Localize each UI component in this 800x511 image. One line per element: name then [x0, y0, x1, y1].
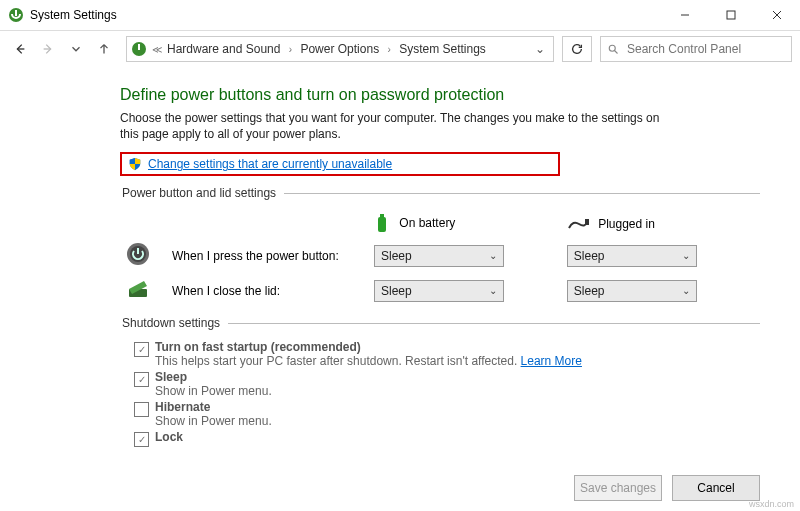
address-dropdown-icon[interactable]: ⌄: [535, 42, 549, 56]
svg-rect-3: [727, 11, 735, 19]
shutdown-item-desc: This helps start your PC faster after sh…: [155, 354, 582, 368]
chevron-right-icon: ›: [284, 44, 296, 55]
page-title: Define power buttons and turn on passwor…: [120, 86, 760, 104]
address-bar[interactable]: ≪ Hardware and Sound › Power Options › S…: [126, 36, 554, 62]
title-bar: System Settings: [0, 0, 800, 31]
minimize-button[interactable]: [662, 0, 708, 30]
shutdown-item-desc: Show in Power menu.: [155, 414, 272, 428]
breadcrumb-item[interactable]: Power Options: [300, 42, 379, 56]
learn-more-link[interactable]: Learn More: [521, 354, 582, 368]
svg-rect-1: [15, 10, 17, 16]
control-panel-icon: [131, 41, 147, 57]
checkbox[interactable]: ✓: [134, 342, 149, 357]
up-button[interactable]: [92, 37, 116, 61]
maximize-button[interactable]: [708, 0, 754, 30]
combo-value: Sleep: [574, 284, 605, 298]
shutdown-item-label: Hibernate: [155, 400, 272, 414]
checkbox[interactable]: ✓: [134, 432, 149, 447]
power-button-icon: [126, 242, 150, 266]
chevron-down-icon: ⌄: [682, 250, 690, 261]
save-changes-button[interactable]: Save changes: [574, 475, 662, 501]
shutdown-item: HibernateShow in Power menu.: [134, 400, 760, 428]
shutdown-item-label: Sleep: [155, 370, 272, 384]
action-row: Save changes Cancel: [574, 475, 760, 501]
shutdown-item: ✓Lock: [134, 430, 760, 447]
shutdown-section-legend: Shutdown settings: [120, 316, 228, 330]
combo-value: Sleep: [381, 284, 412, 298]
power-button-label: When I press the power button:: [166, 238, 368, 273]
chevron-down-icon: ⌄: [489, 250, 497, 261]
back-button[interactable]: [8, 37, 32, 61]
chevron-icon: ≪: [151, 44, 163, 55]
power-battery-combo[interactable]: Sleep ⌄: [374, 245, 504, 267]
page-description: Choose the power settings that you want …: [120, 110, 680, 142]
content-area: Define power buttons and turn on passwor…: [0, 66, 800, 511]
shutdown-item: ✓SleepShow in Power menu.: [134, 370, 760, 398]
power-section-legend: Power button and lid settings: [120, 186, 284, 200]
window-title: System Settings: [30, 8, 117, 22]
svg-line-11: [615, 51, 618, 54]
lid-label: When I close the lid:: [166, 273, 368, 308]
recent-locations-button[interactable]: [64, 37, 88, 61]
svg-rect-13: [380, 214, 384, 217]
svg-rect-12: [378, 217, 386, 232]
on-battery-header: On battery: [399, 217, 455, 231]
shutdown-item-label: Turn on fast startup (recommended): [155, 340, 582, 354]
power-button-section: Power button and lid settings On battery: [120, 186, 760, 308]
close-button[interactable]: [754, 0, 800, 30]
refresh-button[interactable]: [562, 36, 592, 62]
search-box[interactable]: [600, 36, 792, 62]
shutdown-item-text: HibernateShow in Power menu.: [155, 400, 272, 428]
nav-row: ≪ Hardware and Sound › Power Options › S…: [0, 31, 800, 67]
svg-rect-9: [138, 44, 140, 50]
attribution: wsxdn.com: [749, 499, 794, 509]
shutdown-section: Shutdown settings ✓Turn on fast startup …: [120, 316, 760, 449]
breadcrumb-item[interactable]: System Settings: [399, 42, 486, 56]
breadcrumb-item[interactable]: Hardware and Sound: [167, 42, 280, 56]
lid-battery-combo[interactable]: Sleep ⌄: [374, 280, 504, 302]
forward-button[interactable]: [36, 37, 60, 61]
page: Define power buttons and turn on passwor…: [120, 86, 760, 457]
search-icon: [607, 43, 619, 55]
change-settings-link[interactable]: Change settings that are currently unava…: [148, 157, 392, 171]
shutdown-item: ✓Turn on fast startup (recommended)This …: [134, 340, 760, 368]
combo-value: Sleep: [381, 249, 412, 263]
combo-value: Sleep: [574, 249, 605, 263]
plug-icon: [567, 218, 589, 232]
shutdown-item-text: Lock: [155, 430, 183, 444]
plugged-in-header: Plugged in: [598, 217, 655, 231]
chevron-down-icon: ⌄: [489, 285, 497, 296]
checkbox[interactable]: ✓: [134, 372, 149, 387]
lid-plugged-combo[interactable]: Sleep ⌄: [567, 280, 697, 302]
elevate-highlight: Change settings that are currently unava…: [120, 152, 560, 176]
search-input[interactable]: [625, 41, 785, 57]
chevron-right-icon: ›: [383, 44, 395, 55]
uac-shield-icon: [128, 157, 142, 171]
shutdown-item-desc: Show in Power menu.: [155, 384, 272, 398]
lid-icon: [126, 277, 150, 301]
shutdown-item-text: Turn on fast startup (recommended)This h…: [155, 340, 582, 368]
app-icon: [8, 7, 24, 23]
power-plugged-combo[interactable]: Sleep ⌄: [567, 245, 697, 267]
cancel-button[interactable]: Cancel: [672, 475, 760, 501]
svg-rect-14: [585, 219, 589, 225]
shutdown-item-text: SleepShow in Power menu.: [155, 370, 272, 398]
chevron-down-icon: ⌄: [682, 285, 690, 296]
svg-point-10: [609, 45, 615, 51]
checkbox[interactable]: [134, 402, 149, 417]
battery-icon: [374, 214, 390, 234]
shutdown-item-label: Lock: [155, 430, 183, 444]
